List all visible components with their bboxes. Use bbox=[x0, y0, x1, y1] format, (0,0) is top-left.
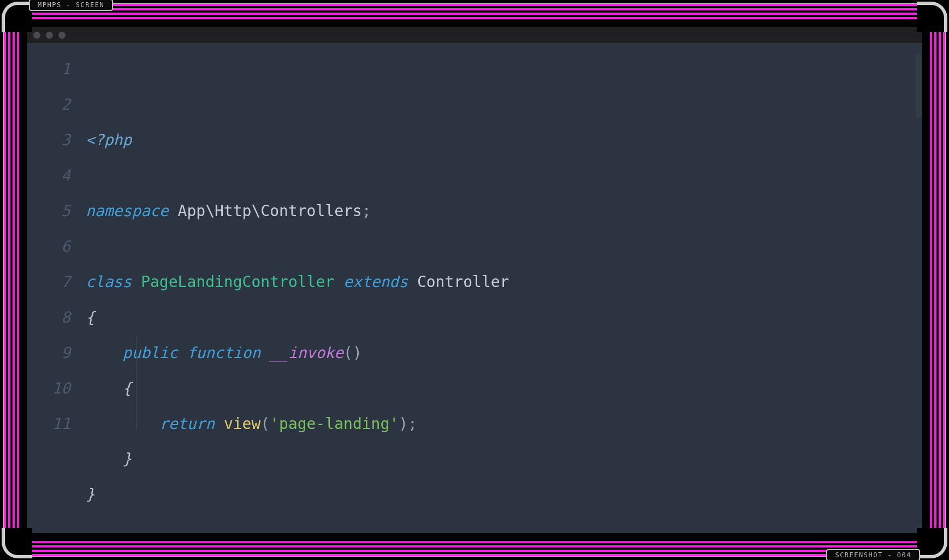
tok-base-class: Controller bbox=[417, 273, 509, 291]
scrollbar-thumb[interactable] bbox=[916, 53, 921, 118]
traffic-light-zoom-icon[interactable] bbox=[58, 32, 66, 39]
tok-string: 'page-landing' bbox=[270, 415, 399, 433]
line-number: 8 bbox=[27, 300, 70, 336]
traffic-light-close-icon[interactable] bbox=[33, 32, 40, 39]
window-titlebar[interactable] bbox=[27, 27, 922, 43]
tok-view: view bbox=[224, 415, 260, 433]
line-number: 7 bbox=[27, 265, 70, 300]
scrollbar-vertical[interactable] bbox=[915, 43, 922, 533]
tok-brace-open: { bbox=[86, 308, 95, 326]
tok-brace-close: } bbox=[86, 485, 95, 503]
line-number: 9 bbox=[27, 336, 70, 371]
line-number: 10 bbox=[27, 371, 70, 407]
tok-class-name: PageLandingController bbox=[141, 273, 334, 291]
frame-corner-bl bbox=[2, 528, 32, 558]
code-area[interactable]: 1 2 3 4 5 6 7 8 9 10 11 <?php namespace … bbox=[27, 43, 922, 533]
hud-frame-outer: MPHPS - SCREEN SCREENSHOT - 004 1 2 3 4 … bbox=[3, 3, 946, 557]
traffic-light-minimize-icon[interactable] bbox=[46, 32, 53, 39]
line-number: 6 bbox=[27, 229, 70, 265]
tok-return: return bbox=[159, 415, 215, 433]
tok-class: class bbox=[86, 273, 132, 291]
frame-corner-tr bbox=[917, 2, 947, 32]
tok-lparen: ( bbox=[260, 415, 270, 433]
tok-rparen-semi: ); bbox=[399, 415, 417, 433]
tok-method-name: __invoke bbox=[270, 344, 343, 362]
line-number: 2 bbox=[27, 87, 70, 123]
tok-function: function bbox=[187, 344, 260, 362]
line-number-gutter: 1 2 3 4 5 6 7 8 9 10 11 bbox=[27, 43, 86, 533]
tok-brace-open-2: { bbox=[122, 379, 132, 397]
hud-frame-mid: 1 2 3 4 5 6 7 8 9 10 11 <?php namespace … bbox=[13, 13, 936, 547]
code-content[interactable]: <?php namespace App\Http\Controllers; cl… bbox=[86, 43, 922, 533]
tok-namespace: namespace bbox=[86, 202, 169, 220]
tok-php-open: <?php bbox=[86, 131, 132, 149]
tok-parens: () bbox=[343, 344, 362, 362]
frame-label-bottom: SCREENSHOT - 004 bbox=[826, 549, 920, 560]
frame-label-top: MPHPS - SCREEN bbox=[29, 0, 113, 11]
tok-extends: extends bbox=[343, 273, 408, 291]
frame-corner-br bbox=[917, 528, 947, 558]
line-number: 3 bbox=[27, 123, 70, 158]
line-number: 5 bbox=[27, 194, 70, 229]
line-number: 4 bbox=[27, 158, 70, 194]
line-number: 11 bbox=[27, 407, 70, 442]
tok-public: public bbox=[122, 344, 177, 362]
tok-brace-close-2: } bbox=[122, 450, 132, 468]
frame-corner-tl bbox=[2, 2, 32, 32]
tok-ns-path: App\Http\Controllers bbox=[178, 202, 362, 220]
line-number: 1 bbox=[27, 52, 70, 87]
indent-guide bbox=[136, 335, 137, 430]
tok-semi: ; bbox=[362, 202, 371, 220]
editor-window: 1 2 3 4 5 6 7 8 9 10 11 <?php namespace … bbox=[27, 27, 922, 533]
